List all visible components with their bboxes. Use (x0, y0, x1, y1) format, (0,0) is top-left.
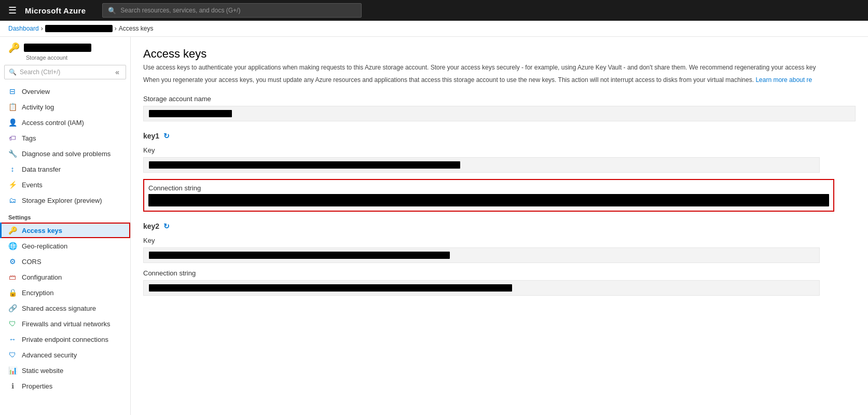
resource-name-block (24, 44, 91, 52)
key2-label: key2 (143, 222, 159, 230)
shared-access-icon: 🔗 (8, 304, 17, 312)
sidebar-label-firewalls: Firewalls and virtual networks (22, 320, 111, 328)
key2-key-redacted (149, 252, 450, 259)
sidebar: 🔑 Storage account 🔍 « ⊟ Overview 📋 Activ… (0, 37, 131, 415)
breadcrumb-current: Access keys (119, 25, 154, 32)
global-search[interactable]: 🔍 (102, 3, 362, 18)
sidebar-nav-main: ⊟ Overview 📋 Activity log 👤 Access contr… (0, 84, 130, 208)
sidebar-item-storage-explorer[interactable]: 🗂 Storage Explorer (preview) (0, 192, 130, 208)
sidebar-item-events[interactable]: ⚡ Events (0, 177, 130, 192)
key1-connection-string-box: Connection string (143, 179, 834, 212)
sidebar-item-activity-log[interactable]: 📋 Activity log (0, 99, 130, 115)
sidebar-label-activity-log: Activity log (22, 103, 54, 111)
sidebar-resource-header: 🔑 (0, 37, 130, 54)
sidebar-label-private-endpoint: Private endpoint connections (22, 336, 108, 343)
storage-account-name-value (143, 106, 856, 121)
breadcrumb-dashboard[interactable]: Dashboard (8, 25, 39, 32)
key2-cs-redacted (149, 284, 512, 292)
diagnose-icon: 🔧 (8, 149, 17, 158)
sidebar-subtitle: Storage account (0, 54, 130, 65)
firewalls-icon: 🛡 (8, 320, 17, 328)
sidebar-search-icon: 🔍 (9, 68, 17, 76)
sidebar-label-tags: Tags (22, 134, 36, 142)
key2-cs-label: Connection string (143, 269, 856, 277)
key2-key-label: Key (143, 237, 856, 244)
key1-key-value (143, 157, 820, 173)
sidebar-item-geo-replication[interactable]: 🌐 Geo-replication (0, 238, 130, 254)
main-layout: 🔑 Storage account 🔍 « ⊟ Overview 📋 Activ… (0, 37, 868, 415)
sidebar-item-shared-access[interactable]: 🔗 Shared access signature (0, 300, 130, 316)
sidebar-item-access-control[interactable]: 👤 Access control (IAM) (0, 115, 130, 130)
sidebar-item-data-transfer[interactable]: ↕ Data transfer (0, 161, 130, 177)
sidebar-label-static-website: Static website (22, 367, 63, 375)
sidebar-search-input[interactable] (20, 68, 110, 76)
data-transfer-icon: ↕ (8, 165, 17, 173)
sidebar-label-encryption: Encryption (22, 289, 53, 297)
sidebar-label-geo-replication: Geo-replication (22, 242, 67, 250)
sidebar-item-encryption[interactable]: 🔒 Encryption (0, 285, 130, 300)
key-icon: 🔑 (8, 42, 20, 53)
sidebar-item-advanced-security[interactable]: 🛡 Advanced security (0, 347, 130, 363)
private-endpoint-icon: ↔ (8, 335, 17, 343)
storage-account-name-redacted (149, 110, 232, 117)
sidebar-label-data-transfer: Data transfer (22, 165, 61, 173)
activity-log-icon: 📋 (8, 103, 17, 111)
sidebar-label-diagnose: Diagnose and solve problems (22, 150, 111, 158)
learn-more-link[interactable]: Learn more about re (755, 76, 812, 84)
search-input[interactable] (120, 7, 356, 14)
events-icon: ⚡ (8, 181, 17, 189)
app-logo: Microsoft Azure (25, 6, 86, 15)
breadcrumb-resource (45, 25, 113, 32)
storage-account-name-section: Storage account name (143, 95, 856, 121)
sidebar-label-access-control: Access control (IAM) (22, 119, 84, 127)
storage-account-name-label: Storage account name (143, 95, 856, 103)
key1-label: key1 (143, 132, 159, 140)
sidebar-label-configuration: Configuration (22, 273, 62, 281)
hamburger-icon[interactable]: ☰ (6, 5, 19, 16)
advanced-security-icon: 🛡 (8, 351, 17, 359)
sidebar-item-diagnose[interactable]: 🔧 Diagnose and solve problems (0, 146, 130, 161)
key1-cs-value (148, 194, 829, 206)
sidebar-item-configuration[interactable]: 🗃 Configuration (0, 269, 130, 285)
properties-icon: ℹ (8, 382, 17, 390)
storage-explorer-icon: 🗂 (8, 196, 17, 204)
sidebar-label-storage-explorer: Storage Explorer (preview) (22, 197, 102, 204)
sidebar-label-overview: Overview (22, 88, 50, 95)
key1-refresh-icon[interactable]: ↻ (163, 132, 170, 140)
configuration-icon: 🗃 (8, 273, 17, 281)
sidebar-collapse-icon[interactable]: « (113, 68, 121, 76)
sidebar-item-overview[interactable]: ⊟ Overview (0, 84, 130, 99)
key2-key-value (143, 247, 820, 263)
sidebar-item-firewalls[interactable]: 🛡 Firewalls and virtual networks (0, 316, 130, 331)
sidebar-item-properties[interactable]: ℹ Properties (0, 378, 130, 394)
sidebar-label-shared-access: Shared access signature (22, 305, 96, 312)
content-description: Use access keys to authenticate your app… (143, 63, 818, 72)
breadcrumb-sep-1: › (41, 25, 43, 32)
sidebar-label-cors: CORS (22, 258, 42, 266)
settings-section-label: Settings (0, 208, 130, 223)
breadcrumb: Dashboard › › Access keys (0, 21, 868, 37)
sidebar-item-tags[interactable]: 🏷 Tags (0, 130, 130, 146)
encryption-icon: 🔒 (8, 288, 17, 297)
overview-icon: ⊟ (8, 87, 17, 95)
sidebar-item-access-keys[interactable]: 🔑 Access keys (0, 223, 130, 238)
key1-key-redacted (149, 161, 460, 169)
key1-section: key1 ↻ (143, 132, 856, 140)
sidebar-label-advanced-security: Advanced security (22, 351, 77, 359)
sidebar-label-access-keys: Access keys (22, 227, 62, 234)
key1-cs-label: Connection string (148, 184, 829, 192)
breadcrumb-sep-2: › (115, 25, 117, 32)
tags-icon: 🏷 (8, 134, 17, 142)
content-description-2: When you regenerate your access keys, yo… (143, 75, 818, 85)
sidebar-item-static-website[interactable]: 📊 Static website (0, 363, 130, 378)
cors-icon: ⚙ (8, 257, 17, 266)
static-website-icon: 📊 (8, 366, 17, 375)
sidebar-search-box[interactable]: 🔍 « (4, 65, 126, 79)
key1-key-label: Key (143, 146, 856, 154)
sidebar-label-events: Events (22, 181, 43, 189)
sidebar-item-private-endpoint[interactable]: ↔ Private endpoint connections (0, 331, 130, 347)
key2-section: key2 ↻ (143, 222, 856, 230)
sidebar-label-properties: Properties (22, 382, 52, 390)
key2-refresh-icon[interactable]: ↻ (163, 222, 170, 230)
sidebar-item-cors[interactable]: ⚙ CORS (0, 254, 130, 269)
